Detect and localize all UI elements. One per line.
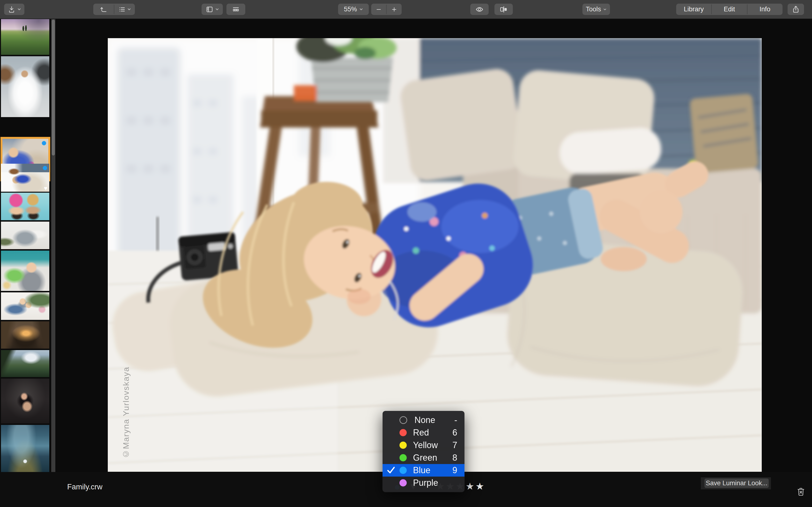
star-icon[interactable]: ★ bbox=[475, 481, 485, 492]
star-icon[interactable]: ★ bbox=[466, 481, 475, 492]
blue-label-badge bbox=[43, 166, 47, 170]
zoom-level-button[interactable]: 55% bbox=[338, 4, 369, 15]
filename-label: Family.crw bbox=[67, 483, 102, 491]
filmstrip-scrollbar-thumb[interactable] bbox=[52, 19, 55, 156]
tools-label: Tools bbox=[586, 6, 601, 13]
delete-button[interactable] bbox=[797, 487, 805, 498]
revert-button[interactable] bbox=[93, 4, 114, 15]
top-toolbar: 55% Tools Library Edit bbox=[0, 0, 812, 19]
save-luminar-look-button[interactable]: Save Luminar Look... bbox=[704, 478, 769, 488]
color-swatch-purple-icon bbox=[400, 479, 407, 487]
chevron-down-icon bbox=[128, 8, 131, 11]
thumbnail-sunset-palms[interactable] bbox=[1, 321, 49, 349]
tab-library[interactable]: Library bbox=[676, 4, 711, 15]
tools-menu-button[interactable]: Tools bbox=[582, 4, 610, 15]
color-swatch-none-icon bbox=[400, 416, 407, 424]
menu-item-none[interactable]: None - bbox=[383, 414, 464, 427]
thumbnail-women-poolside[interactable] bbox=[1, 193, 49, 220]
filmstrip-toggle-button[interactable] bbox=[226, 4, 245, 15]
filmstrip-scrollbar-track[interactable] bbox=[51, 19, 55, 507]
editor-canvas[interactable]: ©Maryna Yurlovskaya bbox=[56, 19, 812, 472]
thumbnail-dancer[interactable] bbox=[1, 379, 49, 424]
thumbnail-mountain-valley[interactable] bbox=[1, 350, 49, 377]
color-label-context-menu: None - Red 6 Yellow 7 Green 8 Blue bbox=[383, 411, 464, 492]
filmstrip-sidebar: ♥ ♥ bbox=[0, 19, 56, 507]
thumbnail-child-on-pillows[interactable]: ♥ bbox=[1, 164, 49, 192]
blue-label-badge bbox=[42, 141, 46, 145]
filmstrip-icon bbox=[232, 5, 240, 13]
menu-item-purple[interactable]: Purple bbox=[383, 476, 464, 489]
view-mode-segmented-control: Library Edit Info bbox=[676, 4, 782, 15]
thumbnail-boy-dinosaur[interactable] bbox=[1, 250, 49, 291]
thumbnail-grass-field[interactable] bbox=[1, 19, 49, 55]
thumbnail-girl-white-dress[interactable] bbox=[1, 56, 49, 117]
download-tray-icon bbox=[8, 6, 15, 13]
split-view-icon bbox=[500, 5, 508, 13]
chevron-down-icon bbox=[215, 8, 219, 11]
eye-icon bbox=[475, 5, 484, 13]
sidebar-panel-icon bbox=[206, 6, 213, 13]
chevron-down-icon bbox=[359, 8, 363, 11]
history-list-button[interactable] bbox=[114, 4, 135, 15]
watermark-text: ©Maryna Yurlovskaya bbox=[121, 364, 133, 459]
quick-preview-button[interactable] bbox=[470, 4, 489, 15]
menu-item-green[interactable]: Green 8 bbox=[383, 451, 464, 464]
chevron-down-icon bbox=[603, 8, 607, 11]
side-panel-toggle-button[interactable] bbox=[202, 4, 223, 15]
trash-icon bbox=[797, 487, 805, 497]
tab-info[interactable]: Info bbox=[748, 4, 782, 15]
plus-icon bbox=[391, 6, 398, 13]
thumbnail-christmas-family[interactable] bbox=[1, 292, 49, 320]
menu-item-blue-selected[interactable]: Blue 9 bbox=[383, 464, 464, 476]
bullet-list-icon bbox=[118, 6, 126, 13]
zoom-level-value: 55% bbox=[344, 6, 357, 13]
color-swatch-yellow-icon bbox=[400, 442, 407, 449]
favorite-heart-icon: ♥ bbox=[44, 185, 47, 191]
menu-item-yellow[interactable]: Yellow 7 bbox=[383, 439, 464, 451]
history-list-group bbox=[93, 4, 135, 15]
color-swatch-blue-icon bbox=[400, 467, 407, 474]
tab-edit[interactable]: Edit bbox=[712, 4, 747, 15]
checkmark-icon bbox=[387, 466, 395, 475]
menu-item-red[interactable]: Red 6 bbox=[383, 427, 464, 439]
export-button[interactable] bbox=[4, 4, 24, 15]
share-button[interactable] bbox=[788, 4, 804, 15]
back-arrow-icon bbox=[100, 6, 108, 13]
photo-artwork bbox=[108, 38, 762, 472]
minus-icon bbox=[375, 6, 382, 13]
compare-before-after-button[interactable] bbox=[495, 4, 513, 15]
zoom-buttons-group bbox=[371, 4, 402, 15]
color-swatch-green-icon bbox=[400, 454, 407, 461]
zoom-out-button[interactable] bbox=[371, 4, 386, 15]
thumbnail-hanging-bed[interactable] bbox=[1, 222, 49, 249]
share-up-arrow-icon bbox=[792, 5, 800, 13]
chevron-down-icon bbox=[17, 8, 21, 11]
color-swatch-red-icon bbox=[400, 429, 407, 436]
open-photo[interactable]: ©Maryna Yurlovskaya bbox=[108, 38, 762, 472]
photo-editor-window: 55% Tools Library Edit bbox=[0, 0, 812, 507]
zoom-in-button[interactable] bbox=[387, 4, 402, 15]
